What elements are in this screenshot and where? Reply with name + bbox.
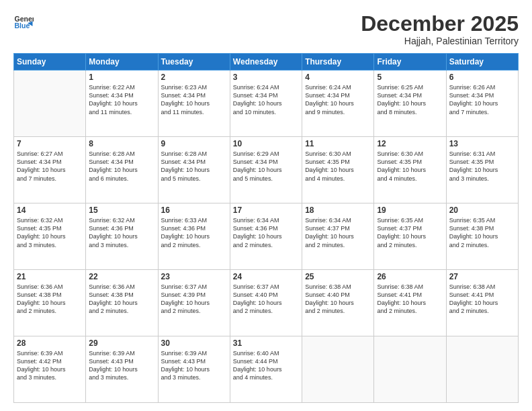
day-number: 26 [377, 272, 443, 281]
calendar-header-row: Sunday Monday Tuesday Wednesday Thursday… [14, 54, 519, 71]
day-number: 11 [305, 139, 371, 148]
day-info: Sunrise: 6:25 AM Sunset: 4:34 PM Dayligh… [377, 83, 443, 116]
table-row: 5Sunrise: 6:25 AM Sunset: 4:34 PM Daylig… [374, 71, 446, 137]
day-number: 22 [89, 272, 154, 281]
day-number: 9 [161, 139, 227, 148]
table-row: 24Sunrise: 6:37 AM Sunset: 4:40 PM Dayli… [230, 270, 302, 336]
day-info: Sunrise: 6:37 AM Sunset: 4:39 PM Dayligh… [161, 283, 227, 316]
location-subtitle: Hajjah, Palestinian Territory [361, 36, 519, 46]
table-row: 26Sunrise: 6:38 AM Sunset: 4:41 PM Dayli… [374, 270, 446, 336]
day-number: 13 [449, 139, 515, 148]
table-row: 17Sunrise: 6:34 AM Sunset: 4:36 PM Dayli… [230, 203, 302, 270]
day-number: 4 [305, 73, 371, 82]
table-row: 31Sunrise: 6:40 AM Sunset: 4:44 PM Dayli… [230, 336, 302, 403]
day-number: 24 [233, 272, 299, 281]
table-row: 10Sunrise: 6:29 AM Sunset: 4:34 PM Dayli… [230, 137, 302, 203]
table-row: 2Sunrise: 6:23 AM Sunset: 4:34 PM Daylig… [158, 71, 230, 137]
table-row: 1Sunrise: 6:22 AM Sunset: 4:34 PM Daylig… [86, 71, 158, 137]
calendar-week-row: 28Sunrise: 6:39 AM Sunset: 4:42 PM Dayli… [14, 336, 519, 403]
day-number: 21 [17, 272, 83, 281]
day-number: 2 [161, 73, 227, 82]
logo-icon: General Blue [13, 12, 34, 32]
table-row: 19Sunrise: 6:35 AM Sunset: 4:37 PM Dayli… [374, 203, 446, 270]
day-info: Sunrise: 6:33 AM Sunset: 4:36 PM Dayligh… [161, 216, 227, 249]
calendar-table: Sunday Monday Tuesday Wednesday Thursday… [13, 53, 519, 403]
table-row: 9Sunrise: 6:28 AM Sunset: 4:34 PM Daylig… [158, 137, 230, 203]
svg-text:Blue: Blue [15, 21, 30, 30]
table-row: 11Sunrise: 6:30 AM Sunset: 4:35 PM Dayli… [302, 137, 374, 203]
day-info: Sunrise: 6:36 AM Sunset: 4:38 PM Dayligh… [89, 283, 154, 316]
logo: General Blue [13, 12, 34, 32]
day-number: 7 [17, 139, 83, 148]
day-info: Sunrise: 6:22 AM Sunset: 4:34 PM Dayligh… [89, 83, 154, 116]
table-row [14, 71, 86, 137]
day-info: Sunrise: 6:38 AM Sunset: 4:41 PM Dayligh… [449, 283, 515, 316]
table-row: 7Sunrise: 6:27 AM Sunset: 4:34 PM Daylig… [14, 137, 86, 203]
day-info: Sunrise: 6:34 AM Sunset: 4:36 PM Dayligh… [233, 216, 299, 249]
day-number: 27 [449, 272, 515, 281]
calendar-week-row: 1Sunrise: 6:22 AM Sunset: 4:34 PM Daylig… [14, 71, 519, 137]
table-row: 23Sunrise: 6:37 AM Sunset: 4:39 PM Dayli… [158, 270, 230, 336]
table-row: 22Sunrise: 6:36 AM Sunset: 4:38 PM Dayli… [86, 270, 158, 336]
col-saturday: Saturday [446, 54, 518, 71]
day-number: 28 [17, 338, 83, 348]
month-year-title: December 2025 [361, 12, 519, 36]
day-info: Sunrise: 6:28 AM Sunset: 4:34 PM Dayligh… [89, 150, 154, 183]
calendar-week-row: 21Sunrise: 6:36 AM Sunset: 4:38 PM Dayli… [14, 270, 519, 336]
table-row: 30Sunrise: 6:39 AM Sunset: 4:43 PM Dayli… [158, 336, 230, 403]
table-row: 18Sunrise: 6:34 AM Sunset: 4:37 PM Dayli… [302, 203, 374, 270]
table-row: 3Sunrise: 6:24 AM Sunset: 4:34 PM Daylig… [230, 71, 302, 137]
col-thursday: Thursday [302, 54, 374, 71]
day-info: Sunrise: 6:38 AM Sunset: 4:41 PM Dayligh… [377, 283, 443, 316]
day-info: Sunrise: 6:38 AM Sunset: 4:40 PM Dayligh… [305, 283, 371, 316]
day-number: 12 [377, 139, 443, 148]
day-number: 18 [305, 205, 371, 215]
day-number: 31 [233, 338, 299, 348]
day-info: Sunrise: 6:35 AM Sunset: 4:38 PM Dayligh… [449, 216, 515, 249]
day-number: 8 [89, 139, 154, 148]
table-row: 21Sunrise: 6:36 AM Sunset: 4:38 PM Dayli… [14, 270, 86, 336]
day-info: Sunrise: 6:32 AM Sunset: 4:35 PM Dayligh… [17, 216, 83, 249]
title-area: December 2025 Hajjah, Palestinian Territ… [361, 12, 519, 46]
table-row: 4Sunrise: 6:24 AM Sunset: 4:34 PM Daylig… [302, 71, 374, 137]
table-row: 16Sunrise: 6:33 AM Sunset: 4:36 PM Dayli… [158, 203, 230, 270]
day-info: Sunrise: 6:35 AM Sunset: 4:37 PM Dayligh… [377, 216, 443, 249]
table-row: 13Sunrise: 6:31 AM Sunset: 4:35 PM Dayli… [446, 137, 518, 203]
table-row: 8Sunrise: 6:28 AM Sunset: 4:34 PM Daylig… [86, 137, 158, 203]
day-info: Sunrise: 6:34 AM Sunset: 4:37 PM Dayligh… [305, 216, 371, 249]
day-info: Sunrise: 6:39 AM Sunset: 4:43 PM Dayligh… [89, 349, 154, 382]
calendar-week-row: 7Sunrise: 6:27 AM Sunset: 4:34 PM Daylig… [14, 137, 519, 203]
day-number: 30 [161, 338, 227, 348]
table-row: 20Sunrise: 6:35 AM Sunset: 4:38 PM Dayli… [446, 203, 518, 270]
col-monday: Monday [86, 54, 158, 71]
day-info: Sunrise: 6:26 AM Sunset: 4:34 PM Dayligh… [449, 83, 515, 116]
day-info: Sunrise: 6:32 AM Sunset: 4:36 PM Dayligh… [89, 216, 154, 249]
day-info: Sunrise: 6:29 AM Sunset: 4:34 PM Dayligh… [233, 150, 299, 183]
header: General Blue December 2025 Hajjah, Pales… [13, 12, 519, 46]
table-row: 29Sunrise: 6:39 AM Sunset: 4:43 PM Dayli… [86, 336, 158, 403]
table-row: 25Sunrise: 6:38 AM Sunset: 4:40 PM Dayli… [302, 270, 374, 336]
table-row: 28Sunrise: 6:39 AM Sunset: 4:42 PM Dayli… [14, 336, 86, 403]
day-number: 20 [449, 205, 515, 215]
day-number: 3 [233, 73, 299, 82]
table-row: 14Sunrise: 6:32 AM Sunset: 4:35 PM Dayli… [14, 203, 86, 270]
table-row [374, 336, 446, 403]
col-tuesday: Tuesday [158, 54, 230, 71]
page: General Blue December 2025 Hajjah, Pales… [0, 0, 532, 411]
table-row: 6Sunrise: 6:26 AM Sunset: 4:34 PM Daylig… [446, 71, 518, 137]
day-info: Sunrise: 6:39 AM Sunset: 4:43 PM Dayligh… [161, 349, 227, 382]
calendar-week-row: 14Sunrise: 6:32 AM Sunset: 4:35 PM Dayli… [14, 203, 519, 270]
day-info: Sunrise: 6:30 AM Sunset: 4:35 PM Dayligh… [377, 150, 443, 183]
day-info: Sunrise: 6:39 AM Sunset: 4:42 PM Dayligh… [17, 349, 83, 382]
day-number: 16 [161, 205, 227, 215]
day-number: 14 [17, 205, 83, 215]
day-number: 25 [305, 272, 371, 281]
day-number: 29 [89, 338, 154, 348]
col-wednesday: Wednesday [230, 54, 302, 71]
day-info: Sunrise: 6:24 AM Sunset: 4:34 PM Dayligh… [233, 83, 299, 116]
day-info: Sunrise: 6:23 AM Sunset: 4:34 PM Dayligh… [161, 83, 227, 116]
day-info: Sunrise: 6:27 AM Sunset: 4:34 PM Dayligh… [17, 150, 83, 183]
day-number: 17 [233, 205, 299, 215]
day-info: Sunrise: 6:36 AM Sunset: 4:38 PM Dayligh… [17, 283, 83, 316]
table-row [302, 336, 374, 403]
